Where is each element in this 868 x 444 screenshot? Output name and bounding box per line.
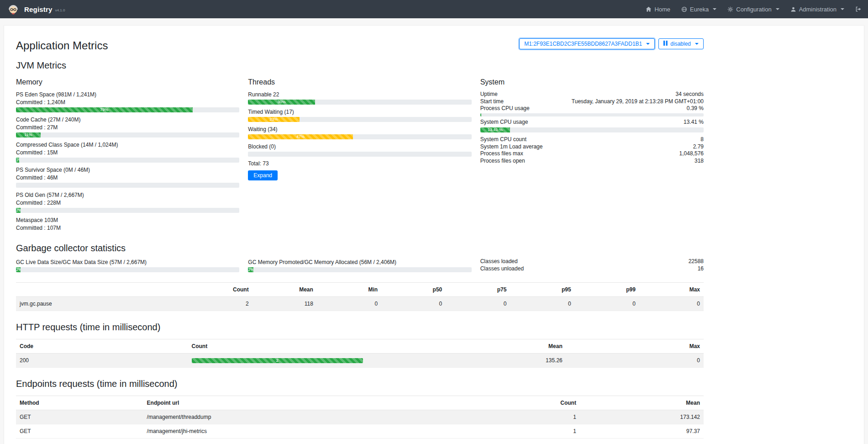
system-row-value: 16 <box>698 265 704 273</box>
endpoints-requests-title: Endpoints requests (time in millisecond) <box>16 379 704 389</box>
table-row: GET /management/jhi-metrics 1 97.37 <box>16 424 704 439</box>
nav-configuration-label: Configuration <box>736 6 771 13</box>
table-header-cell: Min <box>317 283 381 297</box>
nav-home[interactable]: Home <box>646 6 670 13</box>
nav-eureka-dropdown[interactable]: Eureka <box>681 6 716 13</box>
memory-title: Memory <box>16 78 239 86</box>
endpoint-method-cell: GET <box>16 410 143 424</box>
nav-configuration-dropdown[interactable]: Configuration <box>727 6 779 13</box>
progress-track: 2% <box>248 267 471 272</box>
table-header-cell: Mean <box>367 339 566 354</box>
table-header-row: Method Endpoint url Count Mean <box>16 396 704 410</box>
endpoints-table: Method Endpoint url Count Mean GET /mana… <box>16 396 704 439</box>
system-row-value: 0.39 % <box>687 105 704 112</box>
progress-track <box>16 183 239 188</box>
gc-live-data: GC Live Data Size/GC Max Data Size (57M … <box>16 258 239 276</box>
progress-track: 13.41 % <box>480 127 704 132</box>
classes-unloaded-row: Classes unloaded 16 <box>480 265 704 273</box>
table-header-cell: Count <box>188 339 367 354</box>
http-max-cell: 0 <box>566 354 704 368</box>
progress-track: 79% <box>16 107 239 112</box>
nav-administration-dropdown[interactable]: Administration <box>790 6 844 13</box>
jvm-metrics-title: JVM Metrics <box>16 60 704 71</box>
memory-metric: PS Eden Space (981M / 1,241M) Committed … <box>16 91 239 112</box>
memory-metric: Metaspace 103M Committed : 107M <box>16 217 239 232</box>
progress-track: 2% <box>16 208 239 213</box>
main-card: Application Metrics M1:2F93E1CBD2C3FE55B… <box>4 25 864 444</box>
thread-metric: Waiting (34) 47% <box>248 126 471 139</box>
system-row-process-cpu: Process CPU usage 0.39 % <box>480 105 704 112</box>
system-row-label: Process CPU usage <box>480 105 530 112</box>
caret-down-icon <box>776 8 779 10</box>
metric-label: Blocked (0) <box>248 143 471 150</box>
refresh-toggle-dropdown[interactable]: disabled <box>658 38 704 49</box>
endpoint-url-cell: /management/threaddump <box>143 410 446 424</box>
progress-track <box>480 113 704 116</box>
system-title: System <box>480 78 704 86</box>
system-row-value: 8 <box>700 136 704 143</box>
system-row-start-time: Start time Tuesday, January 29, 2019 at … <box>480 98 704 106</box>
memory-metric: Code Cache (27M / 240M) Committed : 27M … <box>16 116 239 137</box>
system-row-system-cpu: System CPU usage 13.41 % <box>480 119 704 126</box>
system-row-label: System CPU usage <box>480 119 528 126</box>
endpoint-mean-cell: 97.37 <box>580 424 704 439</box>
sign-out-icon <box>855 6 862 12</box>
metric-label: Metaspace 103M <box>16 217 239 224</box>
endpoint-method-cell: GET <box>16 424 143 439</box>
system-row-value: 13.41 % <box>684 119 704 126</box>
system-row-value: 22588 <box>689 258 704 265</box>
thread-metric: Runnable 22 30% <box>248 91 471 105</box>
table-cell: 0 <box>446 297 510 311</box>
system-row-label: System 1m Load average <box>480 143 543 151</box>
system-row-value: 1,048,576 <box>679 150 704 158</box>
classes-loaded-row: Classes loaded 22588 <box>480 258 704 265</box>
system-row-files-open: Process files open 318 <box>480 158 704 165</box>
progress-bar: 1% <box>16 158 19 163</box>
table-row: 200 2 135.26 0 <box>16 354 704 368</box>
table-row: GET /management/threaddump 1 173.142 <box>16 410 704 424</box>
metric-label: GC Memory Promoted/GC Memory Allocated (… <box>248 259 471 266</box>
table-cell: 0 <box>317 297 381 311</box>
table-header-row: Count Mean Min p50 p75 p95 p99 Max <box>16 283 704 297</box>
system-row-label: Start time <box>480 98 504 106</box>
expand-button[interactable]: Expand <box>248 170 278 180</box>
table-header-cell: Max <box>639 283 704 297</box>
metric-committed: Committed : 15M <box>16 149 239 156</box>
logout-button[interactable] <box>855 6 862 12</box>
table-header-cell: p75 <box>446 283 510 297</box>
metrics-page: Application Metrics M1:2F93E1CBD2C3FE55B… <box>4 26 704 444</box>
refresh-toggle-label: disabled <box>670 41 691 47</box>
progress-bar: 30% <box>248 100 315 105</box>
metric-committed: Committed : 46M <box>16 174 239 181</box>
home-icon <box>646 6 652 12</box>
system-row-value: 2.79 <box>693 143 704 151</box>
system-row-label: Classes loaded <box>480 258 518 265</box>
header-controls: M1:2F93E1CBD2C3FE55BDD8627A3FADD1B1 disa… <box>519 38 704 49</box>
instance-selector-dropdown[interactable]: M1:2F93E1CBD2C3FE55BDD8627A3FADD1B1 <box>519 38 655 49</box>
metric-label: PS Eden Space (981M / 1,241M) <box>16 91 239 98</box>
nav-home-label: Home <box>654 6 670 13</box>
table-header-cell: Code <box>16 339 188 354</box>
table-cell: 0 <box>510 297 574 311</box>
brand-link[interactable]: Registry v4.1.0 <box>6 2 65 17</box>
system-row-value: 318 <box>694 158 704 165</box>
progress-bar: 13.41 % <box>480 127 510 132</box>
system-row-value: 34 seconds <box>676 91 704 98</box>
metric-label: PS Survivor Space (0M / 46M) <box>16 166 239 174</box>
endpoint-count-cell: 1 <box>446 410 580 424</box>
metric-label: Code Cache (27M / 240M) <box>16 116 239 123</box>
progress-bar: 2% <box>16 208 21 213</box>
navbar-menu: Home Eureka Configuration Administration <box>646 6 862 13</box>
instance-selector-label: M1:2F93E1CBD2C3FE55BDD8627A3FADD1B1 <box>524 41 642 47</box>
system-row-label: Uptime <box>480 91 498 98</box>
caret-down-icon <box>646 43 650 45</box>
memory-metric: Compressed Class Space (14M / 1,024M) Co… <box>16 141 239 163</box>
table-header-cell: Max <box>566 339 704 354</box>
table-cell: jvm.gc.pause <box>16 297 188 311</box>
metric-label: Timed Waiting (17) <box>248 108 471 116</box>
progress-track: 47% <box>248 134 471 139</box>
system-row-label: Process files max <box>480 150 523 158</box>
progress-bar: 79% <box>16 107 193 112</box>
system-row-cpu-count: System CPU count 8 <box>480 136 704 143</box>
table-header-cell: Mean <box>580 396 704 410</box>
